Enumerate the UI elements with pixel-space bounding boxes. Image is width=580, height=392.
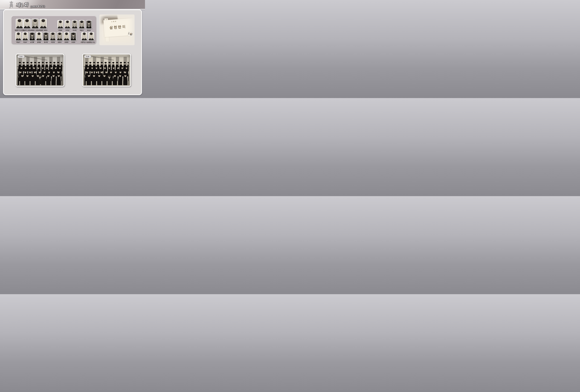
portrait-photo	[79, 20, 85, 29]
portrait-name: 박승구	[16, 41, 20, 43]
portrait-name: 최형도 교감님	[31, 29, 39, 31]
faculty-panel: 백창현 이사장님 백승탁 교장님 최형도 교감님 백철현 과장님 이영호 이우성…	[11, 16, 96, 44]
portrait-name: 백철현 과장님	[39, 29, 47, 31]
portrait-card: 박승구	[15, 32, 21, 43]
portrait-card: 이만영	[50, 32, 56, 43]
portrait-name: 김영규	[58, 41, 62, 43]
portrait-name: 이만영	[51, 41, 55, 43]
portrait-photo	[15, 32, 21, 41]
portrait-photo	[23, 19, 31, 29]
portrait-name: 정규현	[44, 41, 48, 43]
portrait-name: 김영린	[65, 41, 68, 43]
portrait-name: 서원덕(3-A)	[81, 41, 88, 43]
portrait-photo	[29, 32, 35, 41]
class-photo-3b: 3-B	[82, 54, 131, 87]
portrait-card: 강성규	[86, 20, 92, 31]
portrait-name: 김종일(3-B)	[88, 41, 95, 43]
album-panel: 백창현 이사장님 백승탁 교장님 최형도 교감님 백철현 과장님 이영호 이우성…	[3, 9, 142, 95]
portrait-name: 이남수	[23, 41, 27, 43]
class-label-3b: 3-B	[84, 55, 91, 58]
portrait-card: 백철현 과장님	[39, 19, 47, 31]
portrait-name: 백창현 이사장님	[15, 29, 24, 31]
portrait-photo	[22, 32, 28, 41]
portrait-photo	[36, 32, 42, 41]
portrait-name: 김태완	[37, 41, 41, 43]
class-photo-3a: 3-A	[15, 54, 64, 87]
portrait-photo	[86, 20, 92, 29]
portrait-card: 박문규	[79, 20, 85, 31]
portrait-name: 강성규	[87, 29, 91, 31]
class-label-3a: 3-A	[18, 55, 24, 58]
portrait-name: 박문규	[80, 29, 84, 31]
portrait-card: 백창현 이사장님	[15, 19, 24, 31]
page-title: 제1회	[16, 1, 28, 8]
portrait-name: 이수민	[73, 29, 77, 31]
portrait-card: 김종일(3-B)	[88, 32, 95, 43]
portrait-card: 손진해	[29, 32, 35, 43]
portrait-photo	[63, 32, 70, 41]
portrait-card: 서원덕(3-A)	[81, 32, 88, 43]
portrait-card: 이수민	[72, 20, 78, 31]
portrait-name: 조준호	[71, 41, 75, 43]
photo-vignette	[83, 54, 130, 86]
portrait-photo	[43, 32, 49, 41]
ceremony-photo: 교훈 내갈길은 내힘으로 K명남 삼천만의	[99, 14, 135, 45]
photo-vignette	[16, 54, 64, 86]
portrait-photo	[16, 19, 23, 29]
portrait-photo	[88, 32, 94, 41]
portrait-photo	[70, 32, 76, 41]
portrait-name: 손진해	[30, 41, 34, 43]
portrait-card: 김영린	[63, 32, 70, 43]
school-logo-icon	[9, 1, 14, 8]
portrait-photo	[72, 20, 78, 29]
portrait-card: 최형도 교감님	[31, 19, 39, 31]
portrait-photo	[50, 32, 56, 41]
portrait-photo	[81, 32, 87, 41]
portrait-photo	[64, 20, 71, 29]
yearbook-page: { "header": { "logo_glyph": "高", "title"…	[0, 0, 145, 98]
portrait-card: 김태완	[36, 32, 42, 43]
ceremony-photo-vignette	[99, 14, 135, 45]
page-subtitle: (1969학년도)	[30, 4, 45, 8]
portrait-card: 백승탁 교장님	[23, 19, 31, 31]
portrait-card: 이남수	[22, 32, 28, 43]
portrait-name: 이우성	[66, 29, 69, 31]
portrait-card: 이우성	[64, 20, 71, 31]
page-header: 제1회 (1969학년도)	[0, 0, 145, 9]
portrait-photo	[39, 19, 47, 29]
portrait-card: 이영호	[57, 20, 63, 31]
portrait-photo	[31, 19, 39, 29]
portrait-card: 정규현	[43, 32, 49, 43]
portrait-name: 백승탁 교장님	[23, 29, 31, 31]
portrait-card: 조준호	[70, 32, 76, 43]
portrait-card: 김영규	[57, 32, 63, 43]
portrait-photo	[57, 20, 63, 29]
portrait-name: 이영호	[58, 29, 62, 31]
portrait-photo	[57, 32, 63, 41]
